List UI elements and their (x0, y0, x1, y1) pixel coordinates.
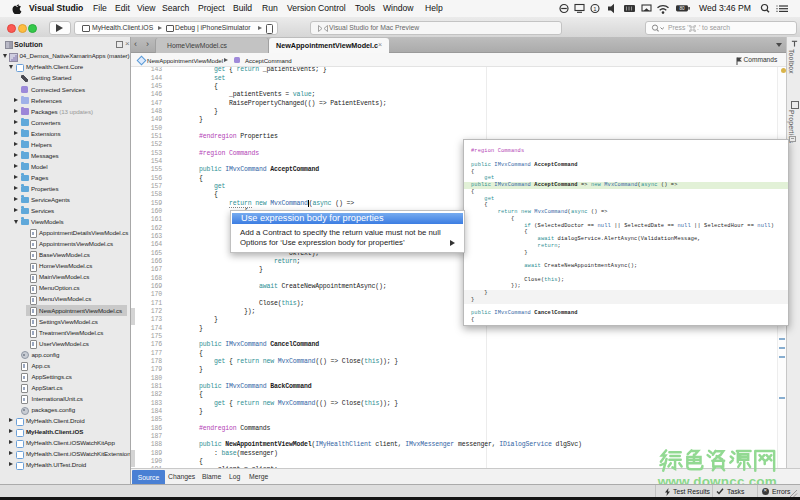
svg-text:80: 80 (679, 6, 685, 11)
svg-text:1: 1 (593, 6, 597, 12)
